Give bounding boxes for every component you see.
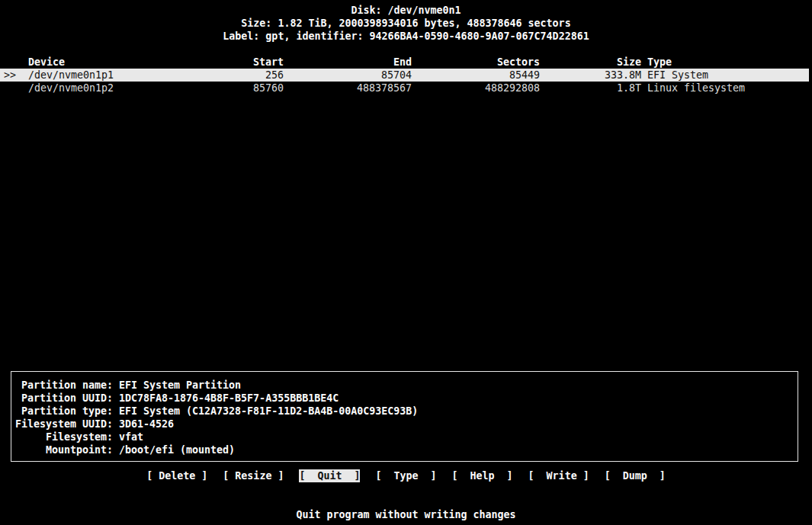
partition-table-header: Device Start End Sectors Size Type	[0, 56, 809, 69]
selection-marker	[4, 82, 28, 94]
column-header-start: Start	[160, 56, 284, 69]
info-line-mountpoint: Mountpoint:/boot/efi (mounted)	[11, 443, 235, 456]
info-line-partition-uuid: Partition UUID:1DC78FA8-1876-4B8F-B5F7-A…	[11, 392, 339, 405]
header-marker-spacer	[4, 56, 28, 69]
info-label: Mountpoint:	[11, 443, 113, 456]
info-value: EFI System (C12A7328-F81F-11D2-BA4B-00A0…	[113, 405, 418, 418]
status-hint: Quit program without writing changes	[0, 508, 812, 521]
info-line-filesystem: Filesystem:vfat	[11, 431, 143, 443]
info-line-partition-name: Partition name:EFI System Partition	[11, 379, 241, 392]
info-label: Partition UUID:	[11, 392, 113, 405]
column-header-type: Type	[641, 56, 809, 69]
column-header-size: Size	[540, 56, 641, 69]
disk-title: Disk: /dev/nvme0n1	[0, 4, 812, 17]
cell-type: EFI System	[641, 69, 809, 82]
info-value: 3D61-4526	[113, 418, 174, 431]
cell-end: 85704	[284, 69, 412, 82]
table-row-nvme0n1p1[interactable]: >> /dev/nvme0n1p1 256 85704 85449 333.8M…	[0, 69, 809, 82]
info-label: Filesystem UUID:	[11, 418, 113, 431]
table-row-nvme0n1p2[interactable]: /dev/nvme0n1p2 85760 488378567 488292808…	[0, 82, 809, 94]
type-button[interactable]: [ Type ]	[375, 469, 436, 482]
info-value: vfat	[113, 431, 143, 443]
cfdisk-terminal: Disk: /dev/nvme0n1 Size: 1.82 TiB, 20003…	[0, 0, 812, 525]
partition-info-box: Partition name:EFI System Partition Part…	[11, 371, 798, 462]
cell-size: 333.8M	[540, 69, 641, 82]
info-value: EFI System Partition	[113, 379, 241, 392]
info-line-filesystem-uuid: Filesystem UUID:3D61-4526	[11, 418, 174, 431]
cell-size: 1.8T	[540, 82, 641, 94]
cell-sectors: 85449	[412, 69, 540, 82]
cell-start: 256	[160, 69, 284, 82]
info-label: Partition name:	[11, 379, 113, 392]
cell-device: /dev/nvme0n1p1	[28, 69, 160, 82]
cell-sectors: 488292808	[412, 82, 540, 94]
disk-size-line: Size: 1.82 TiB, 2000398934016 bytes, 488…	[0, 17, 812, 30]
selection-marker: >>	[4, 69, 28, 82]
cell-device: /dev/nvme0n1p2	[28, 82, 160, 94]
resize-button[interactable]: [ Resize ]	[223, 469, 284, 482]
info-label: Filesystem:	[11, 431, 113, 443]
quit-button[interactable]: [ Quit ]	[299, 469, 360, 482]
dump-button[interactable]: [ Dump ]	[605, 469, 666, 482]
column-header-sectors: Sectors	[412, 56, 540, 69]
cell-type: Linux filesystem	[641, 82, 809, 94]
info-line-partition-type: Partition type:EFI System (C12A7328-F81F…	[11, 405, 418, 418]
cell-start: 85760	[160, 82, 284, 94]
write-button[interactable]: [ Write ]	[528, 469, 589, 482]
cell-end: 488378567	[284, 82, 412, 94]
column-header-device: Device	[28, 56, 160, 69]
delete-button[interactable]: [ Delete ]	[146, 469, 207, 482]
help-button[interactable]: [ Help ]	[452, 469, 513, 482]
info-value: /boot/efi (mounted)	[113, 443, 235, 456]
disk-label-line: Label: gpt, identifier: 94266BA4-0590-46…	[0, 30, 812, 43]
info-label: Partition type:	[11, 405, 113, 418]
action-menu: [ Delete ] [ Resize ] [ Quit ] [ Type ] …	[0, 469, 812, 482]
column-header-end: End	[284, 56, 412, 69]
info-value: 1DC78FA8-1876-4B8F-B5F7-A355BBB1BE4C	[113, 392, 339, 405]
